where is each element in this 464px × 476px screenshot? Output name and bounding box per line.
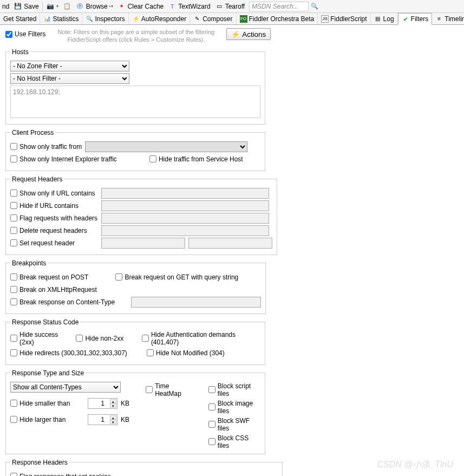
delete-headers-input[interactable]: [101, 225, 269, 236]
flag-requests-input[interactable]: [101, 213, 269, 224]
hide-304-checkbox[interactable]: Hide Not Modified (304): [147, 349, 225, 357]
clear-cache-button[interactable]: ✦ Clear Cache: [115, 1, 166, 12]
show-only-traffic-checkbox[interactable]: Show only traffic from: [10, 143, 82, 151]
main-toolbar: nd 💾 Save 📷▾ 📋 ⓔ Browse▪▾ ✦ Clear Cache …: [0, 0, 464, 13]
show-only-ie-checkbox[interactable]: Show only Internet Explorer traffic: [10, 155, 117, 163]
set-header-value-input[interactable]: [188, 238, 272, 249]
request-headers-group: Request Headers Show only if URL contain…: [5, 175, 277, 255]
save-button[interactable]: 💾 Save: [11, 1, 41, 12]
response-headers-group: Response Headers Flag responses that set…: [5, 459, 283, 476]
hosts-legend: Hosts: [10, 48, 30, 56]
browse-button[interactable]: ⓔ Browse▪▾: [74, 1, 115, 12]
larger-value[interactable]: 1▴▾: [88, 414, 117, 425]
block-css-checkbox[interactable]: Block CSS files: [208, 434, 260, 449]
tab-strip: Get Started 📊Statistics 🔍Inspectors ⚡Aut…: [0, 13, 464, 25]
bolt-icon: ⚡: [132, 15, 140, 23]
save-icon: 💾: [14, 2, 22, 11]
use-filters-checkbox[interactable]: Use Filters: [5, 28, 45, 38]
clear-cache-icon: ✦: [117, 2, 126, 11]
hide-redirects-checkbox[interactable]: Hide redirects (300,301,302,303,307): [10, 349, 143, 357]
break-content-type-input[interactable]: [131, 297, 261, 308]
tab-fiddlerscript[interactable]: JSFiddlerScript: [318, 13, 370, 24]
set-header-name-input[interactable]: [101, 238, 185, 249]
hide-larger-checkbox[interactable]: Hide larger than: [10, 416, 84, 423]
hide-url-contains-checkbox[interactable]: Hide if URL contains: [10, 202, 98, 210]
clipboard-button[interactable]: 📋: [61, 1, 74, 12]
replay-button[interactable]: nd: [0, 1, 11, 12]
bolt-icon: ⚡: [231, 30, 240, 38]
tab-log[interactable]: ▤Log: [371, 13, 398, 24]
textwizard-icon: T: [168, 2, 177, 11]
type-size-group: Response Type and Size Show all Content-…: [5, 369, 265, 454]
status-code-group: Response Status Code Hide success (2xx) …: [5, 318, 265, 365]
ie-icon: ⓔ: [76, 2, 84, 11]
clipboard-icon: 📋: [63, 2, 71, 11]
hide-non2xx-checkbox[interactable]: Hide non-2xx: [76, 335, 138, 342]
textwizard-button[interactable]: T TextWizard: [166, 1, 212, 12]
tab-get-started[interactable]: Get Started: [0, 13, 40, 24]
hosts-group: Hosts - No Zone Filter - - No Host Filte…: [5, 48, 265, 125]
stats-icon: 📊: [43, 15, 51, 23]
break-content-type-checkbox[interactable]: Break response on Content-Type: [10, 298, 128, 306]
show-url-contains-checkbox[interactable]: Show only if URL contains: [10, 190, 98, 197]
msdn-search[interactable]: MSDN Search... 🔍: [247, 1, 321, 12]
hide-smaller-checkbox[interactable]: Hide smaller than: [10, 400, 84, 407]
host-filter-select[interactable]: - No Host Filter -: [10, 73, 129, 84]
flag-requests-checkbox[interactable]: Flag requests with headers: [10, 214, 98, 222]
tab-statistics[interactable]: 📊Statistics: [40, 13, 82, 24]
log-icon: ▤: [374, 15, 382, 23]
actions-button[interactable]: ⚡ Actions: [226, 28, 271, 40]
js-icon: JS: [321, 15, 329, 23]
set-header-checkbox[interactable]: Set request header: [10, 239, 98, 247]
content-type-select[interactable]: Show all Content-Types: [10, 382, 121, 393]
inspect-icon: 🔍: [86, 15, 93, 23]
filters-note: Note: Filters on this page are a simple …: [52, 28, 220, 44]
hide-auth-checkbox[interactable]: Hide Authentication demands (401,407): [142, 331, 260, 346]
check-icon: ✔: [402, 15, 409, 23]
composer-icon: ✎: [193, 15, 201, 23]
search-input: MSDN Search...: [249, 2, 309, 11]
hide-success-checkbox[interactable]: Hide success (2xx): [10, 331, 73, 346]
process-select[interactable]: [85, 141, 247, 152]
timeline-icon: ≡: [435, 15, 443, 23]
delete-headers-checkbox[interactable]: Delete request headers: [10, 227, 98, 234]
break-xhr-checkbox[interactable]: Break on XMLHttpRequest: [10, 286, 97, 294]
block-swf-checkbox[interactable]: Block SWF files: [208, 417, 260, 432]
block-script-checkbox[interactable]: Block script files: [208, 382, 260, 397]
tab-timeline[interactable]: ≡Timeline: [432, 13, 464, 24]
orchestra-icon: FO: [240, 15, 247, 23]
tearoff-button[interactable]: ▭ Tearoff: [213, 1, 247, 12]
client-process-group: Client Process Show only traffic from Sh…: [5, 129, 265, 171]
smaller-value[interactable]: 1▴▾: [88, 398, 117, 409]
tab-orchestra[interactable]: FOFiddler Orchestra Beta: [237, 13, 318, 24]
tab-composer[interactable]: ✎Composer: [190, 13, 236, 24]
hosts-textarea[interactable]: 192.168.10.129;: [10, 86, 260, 118]
camera-icon: 📷: [46, 2, 55, 11]
show-url-input[interactable]: [101, 188, 269, 199]
block-image-checkbox[interactable]: Block image files: [208, 400, 260, 415]
zone-filter-select[interactable]: - No Zone Filter -: [10, 61, 129, 71]
hide-url-input[interactable]: [101, 200, 269, 211]
tab-autoresponder[interactable]: ⚡AutoResponder: [129, 13, 190, 24]
hide-service-host-checkbox[interactable]: Hide traffic from Service Host: [149, 155, 243, 163]
break-get-checkbox[interactable]: Break request on GET with query string: [115, 273, 238, 281]
watermark: CSDN @小添_TinU: [377, 459, 453, 471]
time-heatmap-checkbox[interactable]: Time HeatMap: [146, 382, 192, 397]
break-post-checkbox[interactable]: Break request on POST: [10, 273, 88, 281]
tab-inspectors[interactable]: 🔍Inspectors: [82, 13, 128, 24]
filters-panel: Use Filters Note: Filters on this page a…: [0, 25, 464, 476]
tab-filters[interactable]: ✔Filters: [398, 13, 433, 25]
search-icon: 🔍: [310, 2, 319, 11]
camera-button[interactable]: 📷▾: [44, 1, 61, 12]
flag-cookies-checkbox[interactable]: Flag responses that set cookies: [10, 473, 111, 476]
breakpoints-group: Breakpoints Break request on POST Break …: [5, 259, 266, 314]
tearoff-icon: ▭: [215, 2, 224, 11]
